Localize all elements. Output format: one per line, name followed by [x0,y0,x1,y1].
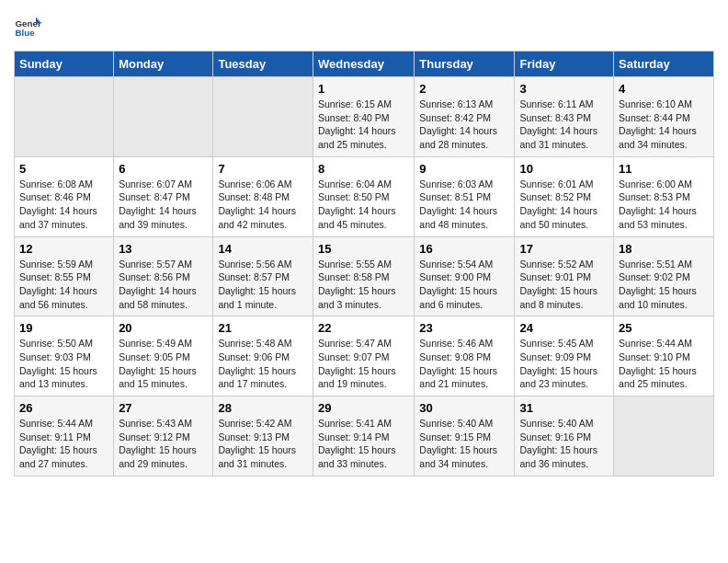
svg-text:Blue: Blue [16,28,36,38]
day-info: Sunrise: 6:10 AM Sunset: 8:44 PM Dayligh… [619,98,709,152]
header-cell-friday: Friday [515,52,614,77]
day-number: 17 [519,242,609,256]
day-cell: 15Sunrise: 5:55 AM Sunset: 8:58 PM Dayli… [313,236,414,316]
day-cell: 16Sunrise: 5:54 AM Sunset: 9:00 PM Dayli… [415,236,515,316]
day-number: 20 [119,321,208,335]
day-number: 6 [119,162,208,176]
day-number: 2 [419,82,509,96]
day-number: 30 [419,401,509,415]
day-cell: 19Sunrise: 5:50 AM Sunset: 9:03 PM Dayli… [15,316,114,396]
day-number: 7 [218,162,308,176]
day-cell: 10Sunrise: 6:01 AM Sunset: 8:52 PM Dayli… [515,156,614,236]
day-info: Sunrise: 5:43 AM Sunset: 9:12 PM Dayligh… [119,417,208,471]
day-info: Sunrise: 5:59 AM Sunset: 8:55 PM Dayligh… [19,258,108,312]
day-number: 10 [519,162,609,176]
day-info: Sunrise: 5:48 AM Sunset: 9:06 PM Dayligh… [218,337,308,391]
day-number: 23 [419,321,509,335]
day-info: Sunrise: 6:00 AM Sunset: 8:53 PM Dayligh… [619,178,709,232]
day-number: 13 [119,242,208,256]
day-cell: 20Sunrise: 5:49 AM Sunset: 9:05 PM Dayli… [114,316,213,396]
day-info: Sunrise: 5:40 AM Sunset: 9:15 PM Dayligh… [419,417,509,471]
day-number: 25 [619,321,709,335]
day-cell [213,77,313,157]
day-number: 8 [318,162,409,176]
day-info: Sunrise: 6:08 AM Sunset: 8:46 PM Dayligh… [19,178,108,232]
header-cell-sunday: Sunday [15,52,114,77]
day-cell: 30Sunrise: 5:40 AM Sunset: 9:15 PM Dayli… [415,396,515,477]
day-number: 24 [519,321,609,335]
day-cell: 26Sunrise: 5:44 AM Sunset: 9:11 PM Dayli… [15,396,114,477]
day-number: 16 [419,242,509,256]
day-cell: 28Sunrise: 5:42 AM Sunset: 9:13 PM Dayli… [213,396,313,477]
day-info: Sunrise: 6:06 AM Sunset: 8:48 PM Dayligh… [218,178,308,232]
day-number: 19 [19,321,108,335]
day-number: 27 [119,401,208,415]
day-cell: 13Sunrise: 5:57 AM Sunset: 8:56 PM Dayli… [114,236,213,316]
day-cell: 21Sunrise: 5:48 AM Sunset: 9:06 PM Dayli… [213,316,313,396]
day-info: Sunrise: 5:44 AM Sunset: 9:11 PM Dayligh… [19,417,108,471]
header-cell-monday: Monday [114,52,213,77]
day-info: Sunrise: 5:54 AM Sunset: 9:00 PM Dayligh… [419,258,509,312]
day-cell: 5Sunrise: 6:08 AM Sunset: 8:46 PM Daylig… [15,156,114,236]
day-cell: 14Sunrise: 5:56 AM Sunset: 8:57 PM Dayli… [213,236,313,316]
day-info: Sunrise: 5:40 AM Sunset: 9:16 PM Dayligh… [519,417,609,471]
day-cell: 8Sunrise: 6:04 AM Sunset: 8:50 PM Daylig… [313,156,414,236]
header-cell-thursday: Thursday [415,52,515,77]
day-number: 22 [318,321,409,335]
day-cell: 25Sunrise: 5:44 AM Sunset: 9:10 PM Dayli… [614,316,714,396]
header-row: SundayMondayTuesdayWednesdayThursdayFrid… [15,52,714,77]
day-number: 18 [619,242,709,256]
day-info: Sunrise: 5:56 AM Sunset: 8:57 PM Dayligh… [218,258,308,312]
logo: General Blue [14,14,41,41]
day-number: 29 [318,401,409,415]
day-number: 15 [318,242,409,256]
day-info: Sunrise: 6:13 AM Sunset: 8:42 PM Dayligh… [419,98,509,152]
week-row-3: 12Sunrise: 5:59 AM Sunset: 8:55 PM Dayli… [15,236,714,316]
day-cell: 11Sunrise: 6:00 AM Sunset: 8:53 PM Dayli… [614,156,714,236]
day-info: Sunrise: 5:45 AM Sunset: 9:09 PM Dayligh… [519,337,609,391]
day-cell: 9Sunrise: 6:03 AM Sunset: 8:51 PM Daylig… [415,156,515,236]
header: General Blue [14,14,714,41]
day-info: Sunrise: 5:49 AM Sunset: 9:05 PM Dayligh… [119,337,208,391]
day-cell: 4Sunrise: 6:10 AM Sunset: 8:44 PM Daylig… [614,77,714,157]
day-number: 3 [519,82,609,96]
day-number: 26 [19,401,108,415]
day-info: Sunrise: 6:03 AM Sunset: 8:51 PM Dayligh… [419,178,509,232]
day-number: 12 [19,242,108,256]
day-info: Sunrise: 5:55 AM Sunset: 8:58 PM Dayligh… [318,258,409,312]
day-cell: 31Sunrise: 5:40 AM Sunset: 9:16 PM Dayli… [515,396,614,477]
day-info: Sunrise: 5:47 AM Sunset: 9:07 PM Dayligh… [318,337,409,391]
day-cell: 1Sunrise: 6:15 AM Sunset: 8:40 PM Daylig… [313,77,414,157]
header-cell-saturday: Saturday [614,52,714,77]
day-cell: 6Sunrise: 6:07 AM Sunset: 8:47 PM Daylig… [114,156,213,236]
day-number: 21 [218,321,308,335]
week-row-4: 19Sunrise: 5:50 AM Sunset: 9:03 PM Dayli… [15,316,714,396]
logo-icon: General Blue [14,14,41,41]
header-cell-wednesday: Wednesday [313,52,414,77]
day-info: Sunrise: 5:46 AM Sunset: 9:08 PM Dayligh… [419,337,509,391]
day-number: 9 [419,162,509,176]
day-cell: 2Sunrise: 6:13 AM Sunset: 8:42 PM Daylig… [415,77,515,157]
day-info: Sunrise: 6:01 AM Sunset: 8:52 PM Dayligh… [519,178,609,232]
day-cell: 24Sunrise: 5:45 AM Sunset: 9:09 PM Dayli… [515,316,614,396]
day-number: 11 [619,162,709,176]
day-cell: 18Sunrise: 5:51 AM Sunset: 9:02 PM Dayli… [614,236,714,316]
day-number: 5 [19,162,108,176]
day-number: 31 [519,401,609,415]
day-info: Sunrise: 6:11 AM Sunset: 8:43 PM Dayligh… [519,98,609,152]
day-cell: 29Sunrise: 5:41 AM Sunset: 9:14 PM Dayli… [313,396,414,477]
day-number: 28 [218,401,308,415]
week-row-1: 1Sunrise: 6:15 AM Sunset: 8:40 PM Daylig… [15,77,714,157]
day-info: Sunrise: 5:50 AM Sunset: 9:03 PM Dayligh… [19,337,108,391]
day-info: Sunrise: 5:41 AM Sunset: 9:14 PM Dayligh… [318,417,409,471]
day-number: 14 [218,242,308,256]
day-info: Sunrise: 5:42 AM Sunset: 9:13 PM Dayligh… [218,417,308,471]
day-info: Sunrise: 6:15 AM Sunset: 8:40 PM Dayligh… [318,98,409,152]
header-cell-tuesday: Tuesday [213,52,313,77]
day-info: Sunrise: 6:07 AM Sunset: 8:47 PM Dayligh… [119,178,208,232]
day-number: 4 [619,82,709,96]
day-cell: 22Sunrise: 5:47 AM Sunset: 9:07 PM Dayli… [313,316,414,396]
day-number: 1 [318,82,409,96]
day-cell [114,77,213,157]
day-info: Sunrise: 5:51 AM Sunset: 9:02 PM Dayligh… [619,258,709,312]
